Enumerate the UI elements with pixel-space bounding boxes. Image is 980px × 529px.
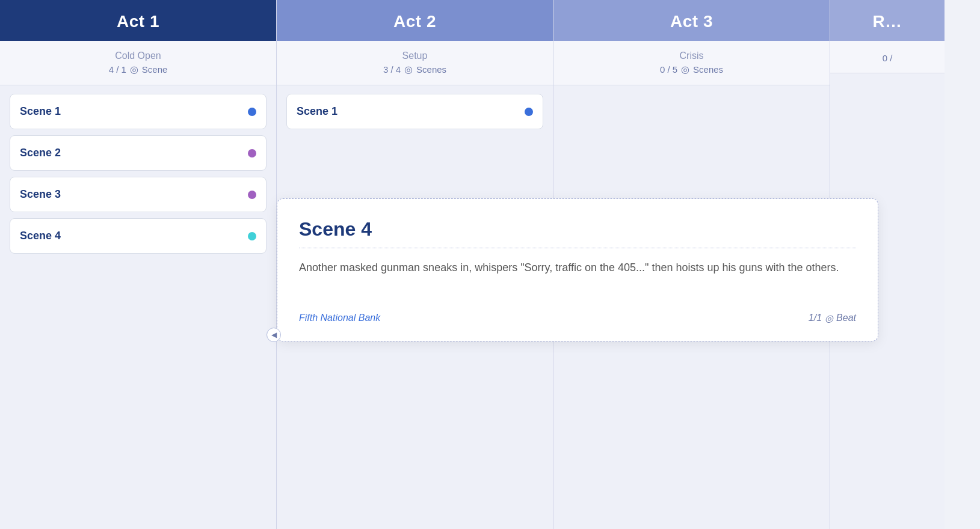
scene-title: Scene 1 <box>20 105 61 118</box>
beat-target-icon: ◎ <box>825 313 833 324</box>
act2-title: Act 2 <box>286 12 543 31</box>
scene-dot <box>248 149 256 157</box>
act4-count-text: 0 / <box>883 53 893 63</box>
collapse-arrow[interactable]: ◀ <box>267 328 281 342</box>
scene-card[interactable]: Scene 1 <box>286 94 543 129</box>
scene4-card[interactable]: Scene 4 <box>10 218 267 254</box>
scene-dot <box>248 108 256 116</box>
act4-title: R… <box>840 12 935 31</box>
detail-footer: Fifth National Bank 1/1 ◎ Beat <box>299 313 856 324</box>
beat-numbers: 1/1 <box>809 313 822 323</box>
scene-title: Scene 2 <box>20 147 61 159</box>
scene-dot <box>248 191 256 199</box>
act1-count-text: 4 / 1 <box>109 64 126 75</box>
act1-column: Act 1 Cold Open 4 / 1 ◎ Scene Scene 1 Sc… <box>0 0 277 529</box>
act1-body: Scene 1 Scene 2 Scene 3 Scene 4 <box>0 85 276 529</box>
detail-title: Scene 4 <box>299 218 856 240</box>
scene-card[interactable]: Scene 1 <box>10 94 267 129</box>
act1-target-icon: ◎ <box>130 64 138 75</box>
detail-divider <box>299 248 856 248</box>
act3-header: Act 3 <box>553 0 830 41</box>
scene-title: Scene 4 <box>20 230 61 242</box>
act2-count-text: 3 / 4 <box>383 64 401 75</box>
act1-section: Cold Open <box>10 50 267 61</box>
act1-count: 4 / 1 ◎ Scene <box>10 64 267 75</box>
act3-count-text: 0 / 5 <box>660 64 677 75</box>
scene-title: Scene 3 <box>20 188 61 201</box>
detail-beat-count: 1/1 ◎ Beat <box>809 313 856 324</box>
act4-count: 0 / <box>840 53 935 63</box>
act2-count: 3 / 4 ◎ Scenes <box>286 64 543 75</box>
act3-count: 0 / 5 ◎ Scenes <box>563 64 820 75</box>
act3-title: Act 3 <box>563 12 820 31</box>
scene-title: Scene 1 <box>297 105 337 118</box>
act2-section: Setup <box>286 50 543 61</box>
act3-count-label: Scenes <box>693 64 723 75</box>
act1-subheader: Cold Open 4 / 1 ◎ Scene <box>0 41 276 85</box>
act3-section: Crisis <box>563 50 820 61</box>
scene-dot <box>248 232 256 240</box>
act4-subheader: 0 / <box>830 41 945 73</box>
act3-subheader: Crisis 0 / 5 ◎ Scenes <box>553 41 830 85</box>
scene-card[interactable]: Scene 3 <box>10 177 267 212</box>
act4-header: R… <box>830 0 945 41</box>
act3-target-icon: ◎ <box>681 64 689 75</box>
act2-count-label: Scenes <box>416 64 446 75</box>
scene-detail-panel: Scene 4 Another masked gunman sneaks in,… <box>277 198 878 341</box>
act1-count-label: Scene <box>142 64 168 75</box>
beat-label: Beat <box>836 313 856 323</box>
detail-body: Another masked gunman sneaks in, whisper… <box>299 259 856 277</box>
detail-location: Fifth National Bank <box>299 313 380 323</box>
act1-header: Act 1 <box>0 0 276 41</box>
act2-subheader: Setup 3 / 4 ◎ Scenes <box>277 41 553 85</box>
act2-header: Act 2 <box>277 0 553 41</box>
scene-card[interactable]: Scene 2 <box>10 135 267 171</box>
act1-title: Act 1 <box>10 12 267 31</box>
act2-target-icon: ◎ <box>404 64 413 75</box>
scene-dot <box>525 108 533 116</box>
